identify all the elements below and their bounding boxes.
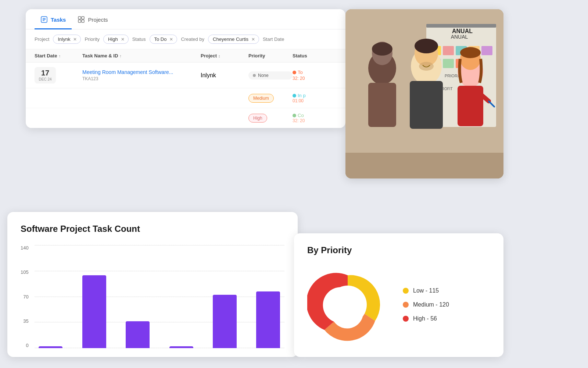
priority-cell-3: High bbox=[248, 114, 293, 123]
photo-panel: ANUAL PRIORITY PROFIT CO NEXT bbox=[345, 9, 503, 178]
bar-chart-panel: Software Project Task Count 140 105 70 3… bbox=[7, 212, 298, 357]
inlynk-chip[interactable]: Inlynk ✕ bbox=[53, 35, 81, 44]
task-id: TKA123 bbox=[82, 76, 201, 81]
y-label-105: 105 bbox=[21, 269, 29, 275]
legend-label-low: Low - 115 bbox=[413, 287, 439, 294]
priority-dot bbox=[253, 74, 256, 77]
th-task-name[interactable]: Task Name & ID ↑ bbox=[82, 53, 201, 59]
status-filter-label: Status bbox=[132, 36, 146, 42]
donut-content: Low - 115 Medium - 120 High - 56 bbox=[307, 264, 490, 345]
task-panel: Tasks Projects Project Inlynk ✕ Priority… bbox=[26, 9, 345, 128]
status-dot-3 bbox=[293, 114, 296, 117]
date-cell: 17 DEC 24 bbox=[35, 67, 82, 84]
bar-3[interactable] bbox=[126, 321, 150, 348]
priority-filter-label: Priority bbox=[85, 36, 99, 42]
priority-badge[interactable]: None bbox=[248, 71, 293, 79]
table-row: Medium In p 01:00 bbox=[26, 88, 345, 108]
high-close-icon[interactable]: ✕ bbox=[121, 37, 125, 42]
status-cell-3: Co 32: 20 bbox=[293, 113, 337, 123]
grid-line bbox=[35, 245, 284, 245]
table-header: Start Date ↑ Task Name & ID ↑ Project ↕ … bbox=[26, 49, 345, 63]
project-filter-label: Project bbox=[35, 36, 49, 42]
y-axis: 140 105 70 35 0 bbox=[21, 245, 29, 348]
svg-rect-10 bbox=[426, 24, 496, 28]
high-chip[interactable]: High ✕ bbox=[103, 35, 129, 44]
bar-5[interactable] bbox=[213, 295, 237, 348]
grid-lines bbox=[35, 245, 284, 348]
status-cell-1: To 32: 20 bbox=[293, 70, 337, 81]
donut-panel: By Priority Low - 115 bbox=[294, 233, 503, 357]
meeting-scene-bg: ANUAL PRIORITY PROFIT CO NEXT bbox=[345, 9, 503, 178]
todo-close-icon[interactable]: ✕ bbox=[169, 37, 173, 42]
svg-rect-4 bbox=[78, 17, 81, 19]
tab-tasks[interactable]: Tasks bbox=[35, 9, 72, 29]
date-day: 17 bbox=[41, 69, 49, 77]
tab-tasks-label: Tasks bbox=[51, 17, 66, 23]
bar-1[interactable] bbox=[39, 346, 62, 348]
legend-low: Low - 115 bbox=[403, 287, 449, 294]
svg-text:ANUAL: ANUAL bbox=[452, 28, 473, 34]
grid-line bbox=[35, 322, 284, 322]
th-start-date[interactable]: Start Date ↑ bbox=[35, 53, 82, 59]
legend-medium: Medium - 120 bbox=[403, 301, 449, 308]
meeting-scene-svg: ANUAL PRIORITY PROFIT CO NEXT bbox=[345, 9, 503, 178]
svg-rect-7 bbox=[82, 20, 84, 22]
status-label-3: Co bbox=[298, 113, 304, 118]
donut-svg bbox=[307, 264, 388, 345]
inlynk-close-icon[interactable]: ✕ bbox=[73, 37, 77, 42]
cheyenne-chip[interactable]: Cheyenne Curtis ✕ bbox=[208, 35, 259, 44]
task-cell: Meeting Room Management Software... TKA1… bbox=[82, 69, 201, 81]
donut-title: By Priority bbox=[307, 245, 490, 255]
time-display: 32: 20 bbox=[293, 76, 337, 81]
tab-projects[interactable]: Projects bbox=[72, 9, 114, 29]
chart-title: Software Project Task Count bbox=[21, 224, 284, 234]
chart-area: 140 105 70 35 0 bbox=[21, 245, 284, 348]
time-display-2: 01:00 bbox=[293, 98, 337, 103]
svg-text:ANUAL: ANUAL bbox=[451, 34, 468, 40]
svg-rect-16 bbox=[481, 46, 492, 55]
svg-rect-27 bbox=[368, 83, 396, 127]
svg-rect-39 bbox=[345, 153, 503, 178]
y-label-140: 140 bbox=[21, 245, 29, 251]
table-row: High Co 32: 20 bbox=[26, 108, 345, 128]
tab-projects-label: Projects bbox=[88, 17, 108, 23]
th-project[interactable]: Project ↕ bbox=[201, 53, 248, 59]
high-badge[interactable]: High bbox=[248, 114, 267, 123]
priority-cell-1: None bbox=[248, 71, 293, 79]
svg-point-26 bbox=[372, 42, 392, 56]
cheyenne-close-icon[interactable]: ✕ bbox=[251, 37, 255, 42]
legend-dot-low bbox=[403, 288, 409, 294]
todo-chip[interactable]: To Do ✕ bbox=[150, 35, 178, 44]
project-cell: Inlynk bbox=[201, 72, 248, 79]
medium-badge[interactable]: Medium bbox=[248, 94, 274, 103]
status-dot bbox=[293, 71, 296, 74]
bar-2[interactable] bbox=[82, 275, 106, 348]
th-status[interactable]: Status bbox=[293, 53, 337, 59]
svg-rect-13 bbox=[443, 46, 454, 55]
table-row: 17 DEC 24 Meeting Room Management Softwa… bbox=[26, 63, 345, 88]
created-by-filter-label: Created by bbox=[181, 36, 204, 42]
th-priority[interactable]: Priority bbox=[248, 53, 293, 59]
sort-updown-icon: ↕ bbox=[218, 54, 220, 58]
bar-4[interactable] bbox=[169, 346, 193, 348]
legend-label-high: High - 56 bbox=[413, 315, 437, 322]
y-label-0: 0 bbox=[21, 343, 29, 348]
status-dot-2 bbox=[293, 94, 296, 98]
chart-inner bbox=[35, 245, 284, 348]
time-display-3: 32: 20 bbox=[293, 118, 337, 123]
status-cell-2: In p 01:00 bbox=[293, 93, 337, 103]
bar-group-3 bbox=[121, 321, 154, 348]
tasks-icon bbox=[40, 16, 48, 23]
bar-6[interactable] bbox=[256, 291, 280, 348]
start-date-filter-label: Start Date bbox=[263, 36, 284, 42]
legend-label-medium: Medium - 120 bbox=[413, 301, 449, 308]
bar-group-4 bbox=[165, 346, 197, 348]
bar-group-6 bbox=[252, 291, 284, 348]
sort-asc-icon-2: ↑ bbox=[119, 54, 122, 58]
status-label-2: In p bbox=[298, 93, 306, 98]
bar-group-2 bbox=[78, 275, 110, 348]
donut-inner bbox=[329, 286, 367, 324]
grid-line bbox=[35, 271, 284, 271]
task-name-link[interactable]: Meeting Room Management Software... bbox=[82, 69, 201, 75]
svg-rect-32 bbox=[410, 81, 443, 129]
